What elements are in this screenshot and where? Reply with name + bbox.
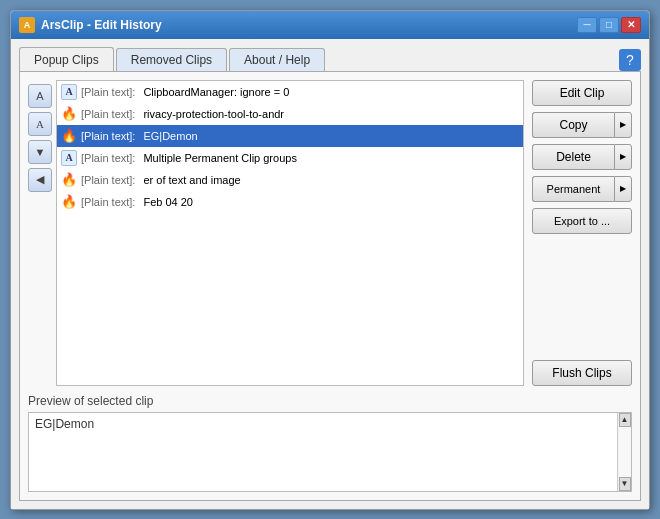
- clip-type-icon: 🔥: [61, 172, 77, 188]
- tab-content-popup: A A ▼ ◀ A [Plain text]: ClipboardManager…: [19, 71, 641, 501]
- scroll-track: [619, 427, 631, 477]
- scroll-up-button[interactable]: ▲: [619, 413, 631, 427]
- title-bar: A ArsClip - Edit History ─ □ ✕: [11, 11, 649, 39]
- help-icon[interactable]: ?: [619, 49, 641, 71]
- flush-clips-button[interactable]: Flush Clips: [532, 360, 632, 386]
- tab-about-help[interactable]: About / Help: [229, 48, 325, 71]
- preview-label: Preview of selected clip: [28, 394, 632, 408]
- clip-item[interactable]: 🔥 [Plain text]: rivacy-protection-tool-t…: [57, 103, 523, 125]
- copy-split-button: Copy ▶: [532, 112, 632, 138]
- permanent-dropdown-arrow[interactable]: ▶: [614, 176, 632, 202]
- clip-type-icon: 🔥: [61, 106, 77, 122]
- right-buttons: Edit Clip Copy ▶ Delete ▶ Permanent ▶ Ex…: [532, 80, 632, 386]
- clip-type-icon: 🔥: [61, 194, 77, 210]
- close-button[interactable]: ✕: [621, 17, 641, 33]
- permanent-button[interactable]: Permanent: [532, 176, 614, 202]
- preview-section: Preview of selected clip EG|Demon ▲ ▼: [28, 394, 632, 492]
- clip-item-selected[interactable]: 🔥 [Plain text]: EG|Demon: [57, 125, 523, 147]
- app-icon: A: [19, 17, 35, 33]
- side-btn-down[interactable]: ▼: [28, 140, 52, 164]
- tab-bar: Popup Clips Removed Clips About / Help: [19, 47, 327, 71]
- edit-clip-button[interactable]: Edit Clip: [532, 80, 632, 106]
- clip-list: A [Plain text]: ClipboardManager: ignore…: [56, 80, 524, 386]
- main-area: A A ▼ ◀ A [Plain text]: ClipboardManager…: [28, 80, 632, 386]
- scroll-down-button[interactable]: ▼: [619, 477, 631, 491]
- side-btn-back[interactable]: ◀: [28, 168, 52, 192]
- maximize-button[interactable]: □: [599, 17, 619, 33]
- copy-dropdown-arrow[interactable]: ▶: [614, 112, 632, 138]
- clip-item[interactable]: A [Plain text]: Multiple Permanent Clip …: [57, 147, 523, 169]
- tab-popup-clips[interactable]: Popup Clips: [19, 47, 114, 71]
- export-button[interactable]: Export to ...: [532, 208, 632, 234]
- preview-box: EG|Demon ▲ ▼: [28, 412, 632, 492]
- permanent-split-button: Permanent ▶: [532, 176, 632, 202]
- preview-text: EG|Demon: [35, 417, 94, 431]
- side-btn-a2[interactable]: A: [28, 112, 52, 136]
- clip-type-icon: A: [61, 150, 77, 166]
- clip-type-icon: 🔥: [61, 128, 77, 144]
- delete-split-button: Delete ▶: [532, 144, 632, 170]
- copy-button[interactable]: Copy: [532, 112, 614, 138]
- clip-item[interactable]: 🔥 [Plain text]: Feb 04 20: [57, 191, 523, 213]
- window-controls: ─ □ ✕: [577, 17, 641, 33]
- tab-removed-clips[interactable]: Removed Clips: [116, 48, 227, 71]
- clip-item[interactable]: A [Plain text]: ClipboardManager: ignore…: [57, 81, 523, 103]
- window-title: ArsClip - Edit History: [41, 18, 577, 32]
- delete-dropdown-arrow[interactable]: ▶: [614, 144, 632, 170]
- clip-item[interactable]: 🔥 [Plain text]: er of text and image: [57, 169, 523, 191]
- delete-button[interactable]: Delete: [532, 144, 614, 170]
- main-window: A ArsClip - Edit History ─ □ ✕ Popup Cli…: [10, 10, 650, 510]
- preview-scrollbar: ▲ ▼: [617, 413, 631, 491]
- side-buttons: A A ▼ ◀: [28, 80, 52, 386]
- side-btn-a1[interactable]: A: [28, 84, 52, 108]
- minimize-button[interactable]: ─: [577, 17, 597, 33]
- clip-type-icon: A: [61, 84, 77, 100]
- left-panel: A A ▼ ◀ A [Plain text]: ClipboardManager…: [28, 80, 524, 386]
- window-content: Popup Clips Removed Clips About / Help ?…: [11, 39, 649, 509]
